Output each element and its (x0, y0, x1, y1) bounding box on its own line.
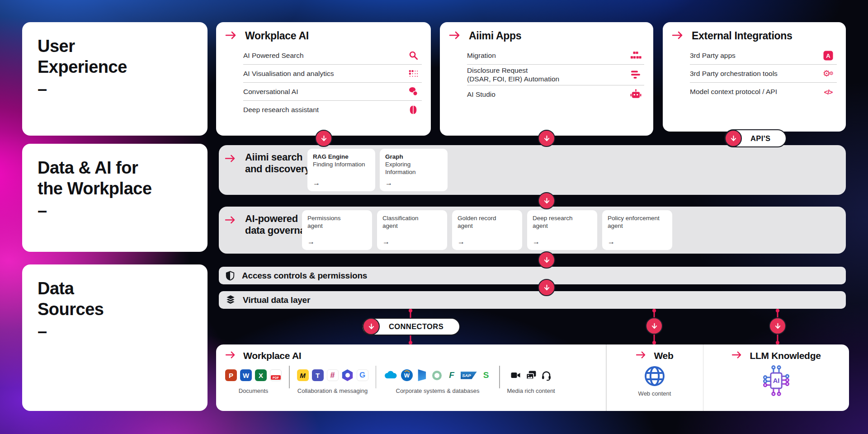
word-icon: W (240, 369, 252, 381)
flow-down-circle (646, 317, 663, 335)
arrow-right-icon (225, 31, 237, 42)
slack-icon: # (327, 369, 339, 381)
permissions-agent-card[interactable]: Permissions agent → (302, 210, 372, 250)
list-item: AI Visualisation and analytics (243, 65, 422, 83)
video-icon (510, 370, 522, 381)
bar-access-controls: Access controls & permissions (219, 267, 846, 284)
workday-icon: W (401, 369, 413, 381)
group-media-rich: Media rich content (507, 368, 555, 394)
powerpoint-icon: P (225, 369, 237, 381)
left-card-title: Data Sources (38, 278, 192, 320)
group-corporate-systems: W F SAP S Corporate systems & databases (383, 368, 492, 394)
list-item: AI Powered Search (243, 47, 422, 65)
svg-text:A: A (826, 52, 830, 59)
flow-down-circle (363, 318, 380, 335)
left-card-user-experience: User Experience – (22, 22, 208, 136)
card-data-sources-detail: Workplace AI P W X PDF Documents M (216, 344, 849, 411)
connector-dot (776, 341, 779, 344)
headset-icon (541, 370, 552, 381)
search-icon (406, 50, 421, 61)
group-caption: Collaboration & messaging (297, 387, 368, 394)
flow-down-circle (538, 279, 555, 296)
flow-down-circle (725, 130, 742, 147)
flow-down-circle (538, 251, 555, 269)
golden-record-agent-card[interactable]: Golden record agent → (452, 210, 522, 250)
bar-label: Access controls & permissions (242, 271, 367, 281)
arrow-right-icon: → (533, 238, 592, 245)
left-card-dash: – (38, 202, 192, 219)
list-item: 3rd Party apps A (690, 47, 837, 65)
connector-dot (409, 341, 412, 344)
section-llm-knowledge: LLM Knowledge AI (703, 344, 849, 411)
aiimi-platform-diagram: User Experience – Data & AI for the Work… (0, 0, 868, 434)
bar-virtual-data-layer: Virtual data layer (219, 291, 846, 309)
list-item: Deep research assistant (243, 101, 422, 119)
excel-icon: X (255, 369, 267, 381)
card-aiimi-apps: Aiimi Apps Migration Disclosure Request … (440, 22, 653, 136)
dynamics-365-icon (416, 369, 428, 381)
row-ai-data-governance: AI-powered data governance Permissions a… (219, 207, 846, 254)
microsoft-365-icon (342, 369, 354, 381)
section-title: Web (654, 350, 673, 361)
left-card-title: Data & AI for the Workplace (38, 157, 192, 199)
chat-icon (406, 87, 421, 97)
section-title: Workplace AI (243, 350, 301, 361)
group-caption: Corporate systems & databases (396, 387, 480, 394)
robot-icon (628, 89, 643, 99)
group-divider (499, 366, 500, 388)
connector-dot (652, 309, 656, 312)
group-divider (376, 366, 377, 388)
grid-dots-icon (406, 69, 421, 78)
card-title: External Integrations (692, 30, 792, 42)
layers-icon (225, 294, 236, 306)
app-store-icon: A (821, 51, 836, 61)
chip-label: AI (773, 377, 780, 384)
google-icon: G (357, 369, 368, 381)
list-item: Conversational AI (243, 83, 422, 101)
card-title: Workplace AI (245, 30, 309, 42)
apis-pill-label: API'S (750, 134, 770, 143)
arrow-right-icon (225, 351, 236, 361)
arrow-right-icon: → (385, 179, 442, 187)
section-title: LLM Knowledge (750, 350, 821, 361)
list-item: Disclosure Request (DSAR, FOI, EIR) Auto… (467, 65, 644, 85)
left-card-data-sources: Data Sources – (22, 264, 208, 411)
opentext-icon (431, 369, 443, 381)
flow-down-circle (769, 317, 786, 335)
deep-research-agent-card[interactable]: Deep research agent → (527, 210, 597, 250)
section-workplace-ai-sources: Workplace AI P W X PDF Documents M (216, 344, 606, 411)
connectors-pill-label: CONNECTORS (389, 322, 443, 331)
media-images-icon (525, 370, 538, 381)
arrow-right-icon (672, 31, 684, 42)
brain-icon (406, 104, 421, 115)
connector-dot (652, 341, 656, 344)
fabric-icon: F (446, 369, 458, 381)
sap-icon: SAP (461, 372, 477, 379)
card-external-integrations: External Integrations 3rd Party apps A 3… (663, 22, 846, 132)
rag-engine-card[interactable]: RAG Engine Finding Information → (307, 149, 375, 191)
graph-card[interactable]: Graph Exploring Information → (380, 149, 448, 191)
salesforce-icon (383, 370, 398, 380)
flow-down-circle (538, 192, 555, 209)
arrow-right-icon: → (608, 238, 667, 245)
arrow-right-icon: → (458, 238, 517, 245)
card-title: Aiimi Apps (469, 30, 521, 42)
ai-chip-icon: AI (759, 363, 794, 398)
arrow-right-icon (225, 154, 236, 175)
row-aiimi-search-discovery: Aiimi search and discovery RAG Engine Fi… (219, 145, 846, 195)
card-workplace-ai: Workplace AI AI Powered Search AI Visual… (216, 22, 431, 136)
list-item: Migration (467, 47, 644, 65)
arrow-right-icon: → (307, 238, 367, 245)
teams-icon: T (312, 369, 324, 381)
sliders-icon (628, 70, 643, 80)
group-caption: Documents (239, 387, 269, 394)
group-collaboration: M T # G Collaboration & messaging (297, 368, 368, 394)
arrow-right-icon (636, 351, 646, 361)
left-card-dash: – (38, 323, 192, 340)
classification-agent-card[interactable]: Classification agent → (377, 210, 447, 250)
section-web: Web Web content (607, 344, 703, 411)
arrow-right-icon (449, 31, 461, 42)
policy-enforcement-agent-card[interactable]: Policy enforcement agent → (602, 210, 672, 250)
blocks-icon (628, 51, 643, 60)
list-item: 3rd Party orchestration tools ⚙⚙ (690, 65, 837, 83)
